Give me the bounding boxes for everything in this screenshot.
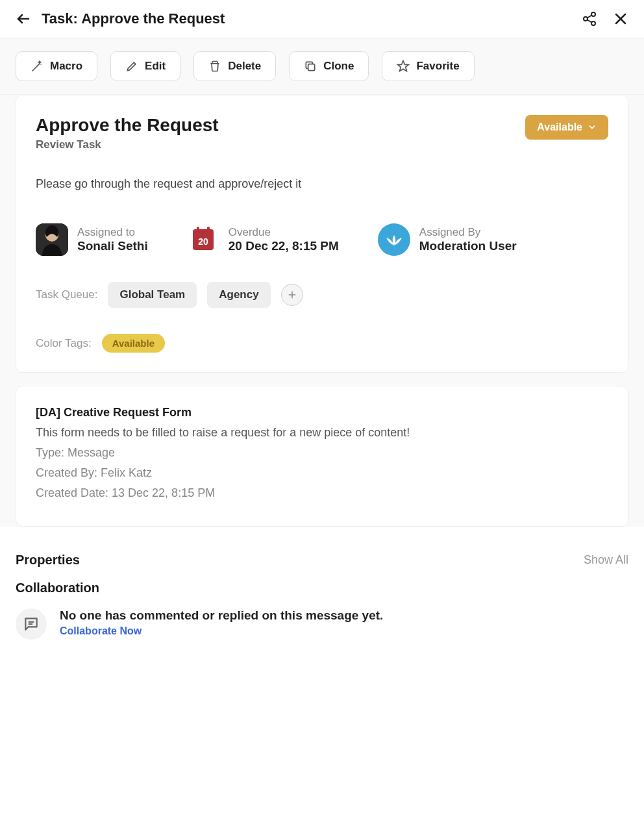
- favorite-button[interactable]: Favorite: [382, 51, 474, 81]
- action-toolbar: Macro Edit Delete Clone Favorite: [0, 38, 644, 95]
- svg-text:20: 20: [198, 236, 208, 247]
- close-icon: [613, 11, 628, 27]
- form-created-date: Created Date: 13 Dec 22, 8:15 PM: [36, 486, 608, 500]
- color-tags-row: Color Tags: Available: [36, 334, 608, 353]
- collaboration-section: Collaboration No one has commented or re…: [0, 581, 644, 666]
- overdue-label: Overdue: [229, 226, 339, 239]
- assigned-by-label: Assigned By: [419, 226, 517, 239]
- show-all-link[interactable]: Show All: [584, 553, 628, 567]
- chevron-down-icon: [588, 123, 597, 132]
- queue-chip[interactable]: Agency: [207, 282, 270, 308]
- wand-icon: [31, 60, 43, 73]
- overdue-value: 20 Dec 22, 8:15 PM: [229, 239, 339, 253]
- task-title: Approve the Request: [36, 115, 219, 136]
- arrow-left-icon: [16, 11, 31, 27]
- form-created-by: Created By: Felix Katz: [36, 466, 608, 480]
- svg-rect-15: [207, 227, 210, 232]
- back-button[interactable]: [16, 11, 31, 27]
- svg-point-1: [591, 12, 595, 16]
- clone-icon: [304, 60, 317, 73]
- clone-button[interactable]: Clone: [289, 51, 369, 81]
- trash-icon: [208, 60, 221, 73]
- collaborate-now-link[interactable]: Collaborate Now: [60, 625, 142, 637]
- calendar-icon: 20: [187, 223, 219, 256]
- plus-icon: [288, 290, 297, 299]
- svg-rect-14: [197, 227, 199, 232]
- task-queue-row: Task Queue: Global Team Agency: [36, 282, 608, 308]
- task-queue-label: Task Queue:: [36, 288, 97, 301]
- task-subtitle: Review Task: [36, 138, 219, 151]
- star-icon: [397, 60, 410, 73]
- assigned-to-label: Assigned to: [77, 226, 148, 239]
- edit-button[interactable]: Edit: [110, 51, 180, 81]
- svg-rect-8: [308, 64, 315, 71]
- properties-section: Properties Show All: [0, 540, 644, 581]
- status-label: Available: [537, 121, 582, 133]
- collaboration-title: Collaboration: [16, 581, 628, 595]
- macro-button[interactable]: Macro: [16, 51, 97, 81]
- form-type: Type: Message: [36, 446, 608, 460]
- properties-title: Properties: [16, 553, 80, 568]
- color-tags-label: Color Tags:: [36, 337, 92, 350]
- clone-label: Clone: [323, 60, 354, 73]
- svg-point-3: [591, 21, 595, 25]
- assignee-avatar: [36, 223, 68, 256]
- svg-rect-13: [193, 229, 214, 236]
- share-icon: [582, 11, 597, 27]
- share-button[interactable]: [582, 11, 597, 27]
- pencil-icon: [125, 60, 138, 73]
- svg-point-2: [584, 17, 588, 21]
- task-card: Approve the Request Review Task Availabl…: [16, 95, 628, 373]
- form-title: [DA] Creative Request Form: [36, 406, 608, 419]
- request-form-card: [DA] Creative Request Form This form nee…: [16, 386, 628, 527]
- svg-marker-9: [398, 61, 409, 71]
- assigned-by: Assigned By Moderation User: [378, 223, 517, 256]
- svg-line-5: [588, 20, 592, 23]
- chat-icon: [16, 608, 47, 640]
- overdue: 20 Overdue 20 Dec 22, 8:15 PM: [187, 223, 339, 256]
- task-description: Please go through the request and approv…: [36, 177, 608, 191]
- collab-empty-text: No one has commented or replied on this …: [60, 608, 383, 623]
- page-header: Task: Approve the Request: [0, 0, 644, 38]
- delete-button[interactable]: Delete: [193, 51, 276, 81]
- macro-label: Macro: [50, 60, 82, 73]
- brand-icon: [378, 223, 410, 256]
- queue-chip[interactable]: Global Team: [108, 282, 197, 308]
- assigned-to-value: Sonali Sethi: [77, 239, 148, 253]
- delete-label: Delete: [228, 60, 261, 73]
- page-title: Task: Approve the Request: [42, 10, 582, 27]
- edit-label: Edit: [145, 60, 166, 73]
- status-dropdown[interactable]: Available: [525, 115, 608, 140]
- assigned-by-value: Moderation User: [419, 239, 517, 253]
- favorite-label: Favorite: [416, 60, 459, 73]
- add-queue-button[interactable]: [281, 284, 303, 306]
- assigned-to: Assigned to Sonali Sethi: [36, 223, 148, 256]
- close-button[interactable]: [613, 11, 628, 27]
- form-desc: This form needs to be filled to raise a …: [36, 426, 608, 440]
- svg-line-4: [588, 16, 592, 18]
- color-tag[interactable]: Available: [102, 334, 165, 353]
